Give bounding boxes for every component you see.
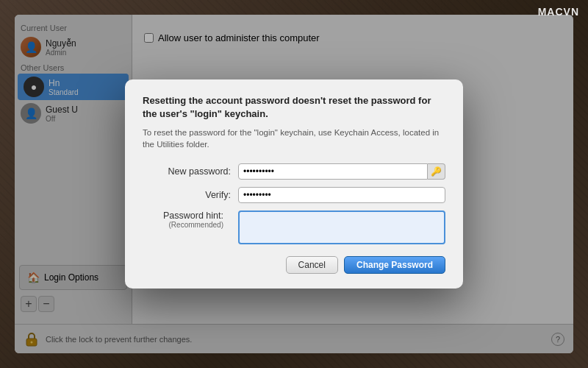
cancel-button[interactable]: Cancel xyxy=(286,256,338,274)
verify-label: Verify: xyxy=(143,190,238,200)
hint-row: Password hint: (Recommended) xyxy=(143,210,445,244)
password-reveal-button[interactable]: 🔑 xyxy=(428,163,445,180)
verify-input-wrap xyxy=(238,187,445,203)
verify-row: Verify: xyxy=(143,187,445,203)
hint-sublabel: (Recommended) xyxy=(143,221,231,229)
new-password-input-wrap: 🔑 xyxy=(238,163,445,180)
modal-title: Resetting the account password doesn't r… xyxy=(143,94,445,121)
verify-input[interactable] xyxy=(238,187,445,203)
modal-buttons: Cancel Change Password xyxy=(143,256,445,274)
modal-subtitle: To reset the password for the "login" ke… xyxy=(143,127,445,150)
new-password-label: New password: xyxy=(143,166,238,177)
change-password-modal: Resetting the account password doesn't r… xyxy=(125,79,463,289)
password-hint-input[interactable] xyxy=(238,210,445,244)
change-password-button[interactable]: Change Password xyxy=(344,256,445,274)
new-password-input[interactable] xyxy=(238,163,428,180)
hint-label-wrap: Password hint: (Recommended) xyxy=(143,210,238,229)
hint-label: Password hint: xyxy=(143,210,231,221)
watermark-logo: MACVN xyxy=(538,6,579,18)
new-password-row: New password: 🔑 xyxy=(143,163,445,180)
modal-overlay: Resetting the account password doesn't r… xyxy=(0,0,588,368)
key-icon: 🔑 xyxy=(431,166,442,177)
